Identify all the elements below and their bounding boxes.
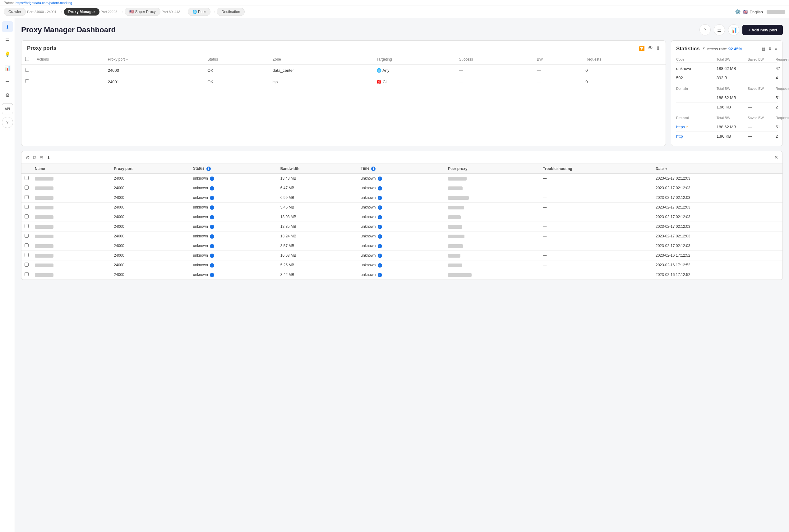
patent-link[interactable]: https://brightdata.com/patent-marking bbox=[16, 1, 72, 5]
log-date-6: 2023-02-17 02:12:03 bbox=[653, 231, 783, 241]
log-checkbox-4[interactable] bbox=[24, 214, 29, 218]
log-name-1 bbox=[32, 183, 111, 193]
log-checkbox-3[interactable] bbox=[24, 205, 29, 209]
log-time-info-2[interactable]: i bbox=[378, 196, 382, 200]
sliders-button[interactable]: ⚌ bbox=[714, 24, 725, 35]
sidebar-item-bulb[interactable]: 💡 bbox=[2, 49, 13, 60]
log-checkbox-10[interactable] bbox=[24, 272, 29, 276]
col-actions: Actions bbox=[33, 54, 104, 65]
log-copy-icon[interactable]: ⧉ bbox=[33, 155, 36, 160]
log-checkbox-0[interactable] bbox=[24, 176, 29, 180]
select-all-checkbox[interactable] bbox=[25, 57, 29, 61]
log-troubleshooting-4: — bbox=[540, 212, 653, 222]
sidebar-item-info[interactable]: ℹ bbox=[2, 21, 13, 32]
log-time-info-0[interactable]: i bbox=[378, 176, 382, 181]
sidebar-item-list[interactable]: ☰ bbox=[2, 35, 13, 46]
trash-icon[interactable]: 🗑 bbox=[761, 46, 766, 51]
filter-icon[interactable]: 🔽 bbox=[639, 45, 645, 51]
sidebar-item-help[interactable]: ? bbox=[2, 117, 13, 128]
sidebar-item-sliders[interactable]: ⚌ bbox=[2, 76, 13, 87]
log-col-bandwidth: Bandwidth bbox=[277, 164, 358, 174]
collapse-icon[interactable]: ∧ bbox=[774, 46, 777, 51]
log-status-info-8[interactable]: i bbox=[210, 253, 214, 258]
log-time-info-5[interactable]: i bbox=[378, 225, 382, 229]
row-checkbox-0[interactable] bbox=[25, 68, 29, 72]
log-troubleshooting-8: — bbox=[540, 251, 653, 261]
log-time-2: unknown i bbox=[357, 193, 445, 203]
pipeline-step-peer[interactable]: 🌐 Peer bbox=[188, 8, 211, 16]
log-status-info-7[interactable]: i bbox=[210, 244, 214, 248]
log-close-button[interactable]: ✕ bbox=[774, 154, 778, 160]
log-bw-8: 16.68 MB bbox=[277, 251, 358, 261]
hdr-domain: Domain bbox=[676, 87, 717, 91]
eye-icon[interactable]: 👁 bbox=[648, 45, 653, 51]
hdr-domain-total-bw: Total BW bbox=[717, 87, 748, 91]
pipeline-step-crawler[interactable]: Crawler bbox=[4, 8, 26, 16]
log-troubleshooting-9: — bbox=[540, 261, 653, 270]
log-status-info-10[interactable]: i bbox=[210, 273, 214, 277]
log-time-info-8[interactable]: i bbox=[378, 253, 382, 258]
log-checkbox-2[interactable] bbox=[24, 195, 29, 199]
log-port-8: 24000 bbox=[111, 251, 190, 261]
log-filter-icon[interactable]: ⊟ bbox=[39, 155, 43, 160]
row-status-0: OK bbox=[204, 65, 269, 76]
log-troubleshooting-2: — bbox=[540, 193, 653, 203]
log-status-info-5[interactable]: i bbox=[210, 225, 214, 229]
sidebar-item-api[interactable]: API bbox=[2, 103, 13, 114]
pipeline-step-destination[interactable]: Destination bbox=[217, 8, 245, 16]
us-flag: 🇺🇸 bbox=[129, 10, 135, 14]
log-download-icon[interactable]: ⬇ bbox=[46, 155, 51, 160]
pipeline-step-super-proxy[interactable]: 🇺🇸 Super Proxy bbox=[125, 8, 160, 16]
stats-download-icon[interactable]: ⬇ bbox=[768, 46, 772, 51]
log-name-2 bbox=[32, 193, 111, 203]
log-table-row: 24000 unknown i 6.99 MB unknown i — 2023… bbox=[21, 193, 783, 203]
language-selector[interactable]: ⚙️ 🇬🇧 English bbox=[735, 9, 785, 15]
log-checkbox-9[interactable] bbox=[24, 263, 29, 267]
log-checkbox-1[interactable] bbox=[24, 186, 29, 190]
log-checkbox-5[interactable] bbox=[24, 224, 29, 228]
help-button[interactable]: ? bbox=[699, 24, 711, 35]
hdr-domain-saved-bw: Saved BW bbox=[748, 87, 776, 91]
log-checkbox-8[interactable] bbox=[24, 253, 29, 257]
log-time-info-3[interactable]: i bbox=[378, 205, 382, 210]
row-checkbox-1[interactable] bbox=[25, 79, 29, 83]
log-status-info-6[interactable]: i bbox=[210, 234, 214, 239]
stats-header: Statistics Success rate: 92.45% 🗑 ⬇ ∧ bbox=[676, 46, 777, 52]
log-checkbox-7[interactable] bbox=[24, 243, 29, 247]
log-time-info-7[interactable]: i bbox=[378, 244, 382, 248]
sidebar-item-settings[interactable]: ⚙ bbox=[2, 90, 13, 101]
log-status-info-2[interactable]: i bbox=[210, 196, 214, 200]
proxy-table-row: 24000 OK data_center 🌐 Any — — 0 bbox=[21, 65, 665, 76]
log-status-info-0[interactable]: i bbox=[210, 176, 214, 181]
log-bw-5: 12.35 MB bbox=[277, 222, 358, 231]
log-status-info-9[interactable]: i bbox=[210, 263, 214, 268]
protocol-link-1[interactable]: http bbox=[676, 134, 683, 138]
sidebar-item-chart[interactable]: 📊 bbox=[2, 62, 13, 73]
log-time-info-10[interactable]: i bbox=[378, 273, 382, 277]
arrow-4: → bbox=[212, 10, 215, 14]
log-time-info-4[interactable]: i bbox=[378, 215, 382, 220]
protocol-link-0[interactable]: https bbox=[676, 125, 685, 129]
log-time-info-1[interactable]: i bbox=[378, 186, 382, 190]
date-sort-icon[interactable]: ▼ bbox=[665, 167, 668, 171]
status-info-icon[interactable]: i bbox=[206, 167, 211, 171]
download-icon[interactable]: ⬇ bbox=[656, 45, 660, 51]
log-table-row: 24000 unknown i 5.46 MB unknown i — 2023… bbox=[21, 203, 783, 212]
log-checkbox-6[interactable] bbox=[24, 234, 29, 238]
log-stop-icon[interactable]: ⊘ bbox=[26, 155, 30, 160]
pipeline-step-proxy-manager[interactable]: Proxy Manager bbox=[64, 8, 99, 16]
hdr-proto-saved-bw: Saved BW bbox=[748, 116, 776, 120]
log-table: Name Proxy port Status i Bandwidth Time … bbox=[21, 164, 783, 280]
stats-code-row-1: 502892 B—4 bbox=[676, 73, 777, 82]
log-time-info-9[interactable]: i bbox=[378, 263, 382, 268]
row-success-0: — bbox=[455, 65, 533, 76]
log-status-info-4[interactable]: i bbox=[210, 215, 214, 220]
chart-button[interactable]: 📊 bbox=[728, 24, 739, 35]
log-status-info-1[interactable]: i bbox=[210, 186, 214, 190]
log-status-info-3[interactable]: i bbox=[210, 205, 214, 210]
time-info-icon[interactable]: i bbox=[371, 167, 376, 171]
log-date-1: 2023-02-17 02:12:03 bbox=[653, 183, 783, 193]
add-new-port-button[interactable]: + Add new port bbox=[743, 25, 783, 35]
log-time-info-6[interactable]: i bbox=[378, 234, 382, 239]
log-status-8: unknown i bbox=[190, 251, 277, 261]
